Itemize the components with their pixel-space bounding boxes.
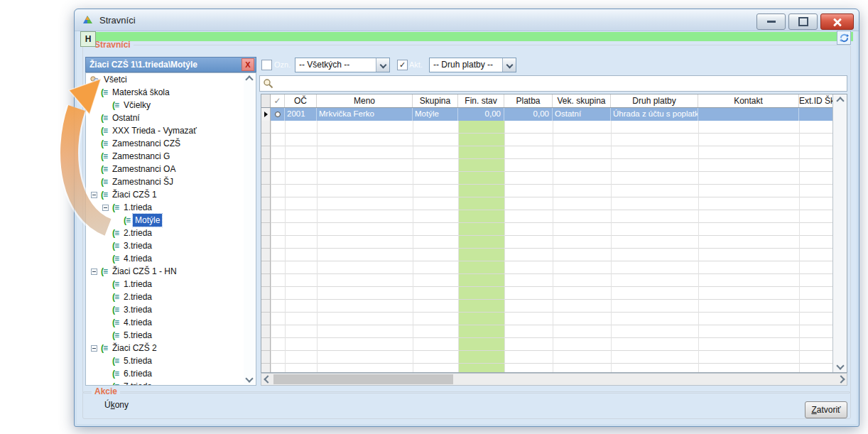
table-horizontal-scrollbar[interactable] [261,373,847,386]
zatvorit-button[interactable]: Zatvoriť [805,401,847,418]
category-icon [101,88,108,97]
tree-item[interactable]: Žiaci CZŠ 2 [86,342,256,354]
search-input[interactable] [276,77,847,91]
tree-item[interactable]: Žiaci CZŠ 1 - HN [86,265,256,278]
cell-oc: 2001 [285,108,317,121]
actions-group-label: Akcie [92,386,120,396]
minimize-icon [767,21,776,23]
group-people-icon [89,75,99,85]
close-window-button[interactable] [820,13,854,30]
category-icon [112,229,119,237]
table-row-selected[interactable]: 2001 Mrkvička Ferko Motýle 0,00 0,00 Ost… [261,108,834,121]
cell-platba: 0,00 [504,108,553,121]
tree-item[interactable]: Zamestnanci ŠJ [86,175,256,188]
checkmark-icon: ✓ [399,60,406,69]
tree-item[interactable]: XXX Trieda - Vymazať [86,124,256,137]
tree-item[interactable]: 5.trieda [86,354,256,367]
category-icon [112,331,119,340]
tree-item[interactable]: 4.trieda [86,252,256,265]
category-icon [101,267,108,276]
tree-item[interactable]: Zamestnanci CZŠ [86,137,256,150]
tree-item[interactable]: 6.trieda [86,367,256,380]
app-icon [82,14,94,26]
close-icon [832,17,842,27]
tree-item[interactable]: 7.trieda [86,380,256,386]
app-window: Stravníci H Stravníci Žiaci CZŠ 1\1.tri [74,9,859,427]
maximize-button[interactable] [788,13,818,30]
column-header-druh-platby[interactable]: Druh platby [611,94,698,107]
desktop: Stravníci H Stravníci Žiaci CZŠ 1\1.tri [0,0,868,434]
ozn-dropdown[interactable]: -- Všetkých -- [295,58,390,72]
column-header-oc[interactable]: OČ [285,94,317,107]
cell-ext-id [799,108,834,121]
tree-item-selected[interactable]: Motýle [86,214,256,227]
ukony-menu[interactable]: Úkony [104,400,129,410]
column-header-vek-skupina[interactable]: Vek. skupina [553,94,611,107]
cell-druh-platby: Úhrada z účtu s poplatko [611,108,698,121]
horizontal-scroll-thumb[interactable] [273,374,453,384]
cell-check[interactable] [271,108,285,121]
tree-item[interactable]: 4.trieda [86,316,256,329]
clear-selection-button[interactable]: X [242,58,254,71]
search-icon [263,78,273,89]
column-header-fin-stav[interactable]: Fin. stav [458,94,504,107]
category-icon [101,139,108,148]
chevron-down-icon[interactable] [376,58,389,72]
scroll-up-icon[interactable] [244,74,255,85]
tree-item[interactable]: Zamestnanci G [86,150,256,163]
cell-fin-stav: 0,00 [458,108,504,121]
table-vertical-scrollbar[interactable] [832,94,847,372]
tree-item[interactable]: Žiaci CZŠ 1 [86,188,256,201]
column-header-check[interactable]: ✓ [271,94,285,107]
category-icon [112,203,119,212]
tree-item[interactable]: Materská škola [86,86,256,99]
column-header-ext-id[interactable]: Ext.ID Šk [799,94,834,107]
tree-item[interactable]: 1.trieda [86,278,256,291]
collapse-icon[interactable] [91,345,97,352]
category-icon [112,382,119,386]
tree-item[interactable]: 2.trieda [86,291,256,303]
scroll-down-icon[interactable] [244,373,255,384]
search-bar [259,75,847,92]
akt-checkbox[interactable]: ✓ [397,60,408,70]
category-icon [101,344,108,352]
refresh-button[interactable] [837,31,851,45]
column-header-platba[interactable]: Platba [504,94,553,107]
scroll-up-icon[interactable] [833,95,847,107]
category-icon [101,114,108,122]
column-header-kontakt[interactable]: Kontakt [698,94,799,107]
ozn-checkbox[interactable] [261,60,272,70]
main-groupbox: Stravníci Žiaci CZŠ 1\1.trieda\Motýle X … [82,45,851,394]
category-icon [124,216,131,224]
collapse-icon[interactable] [91,192,97,198]
collapse-icon[interactable] [102,205,109,211]
scroll-right-icon[interactable] [835,374,847,385]
druh-platby-dropdown[interactable]: -- Druh platby -- [429,58,516,72]
collapse-icon[interactable] [91,268,97,275]
title-bar[interactable]: Stravníci [75,9,859,31]
main-group-label: Stravníci [92,40,134,50]
tree-item[interactable]: 5.trieda [86,329,256,342]
tree-item[interactable]: Včielky [86,99,256,112]
chevron-down-icon[interactable] [502,58,516,72]
minimize-button[interactable] [756,13,786,30]
tree-item[interactable]: 3.trieda [86,303,256,316]
tree-item-vsetci[interactable]: Všetci [86,73,256,86]
tree-item[interactable]: 3.trieda [86,239,256,252]
scroll-down-icon[interactable] [833,360,847,371]
akt-label: Akt. [409,60,423,69]
tree-item[interactable]: Ostatní [86,112,256,124]
scroll-left-icon[interactable] [261,374,273,385]
column-header-meno[interactable]: Meno [317,94,413,107]
h-tab-button[interactable]: H [80,31,96,47]
column-header-skupina[interactable]: Skupina [413,94,458,107]
ozn-label: Ozn. [274,60,291,69]
cell-meno: Mrkvička Ferko [317,108,413,121]
row-header-gutter [261,121,271,373]
tree-item[interactable]: 1.trieda [86,201,256,214]
circle-icon [275,112,281,117]
tree-item[interactable]: 2.trieda [86,227,256,239]
tree-scrollbar[interactable] [244,74,255,384]
tree-item[interactable]: Zamestnanci OA [86,163,256,175]
category-icon [101,190,108,199]
